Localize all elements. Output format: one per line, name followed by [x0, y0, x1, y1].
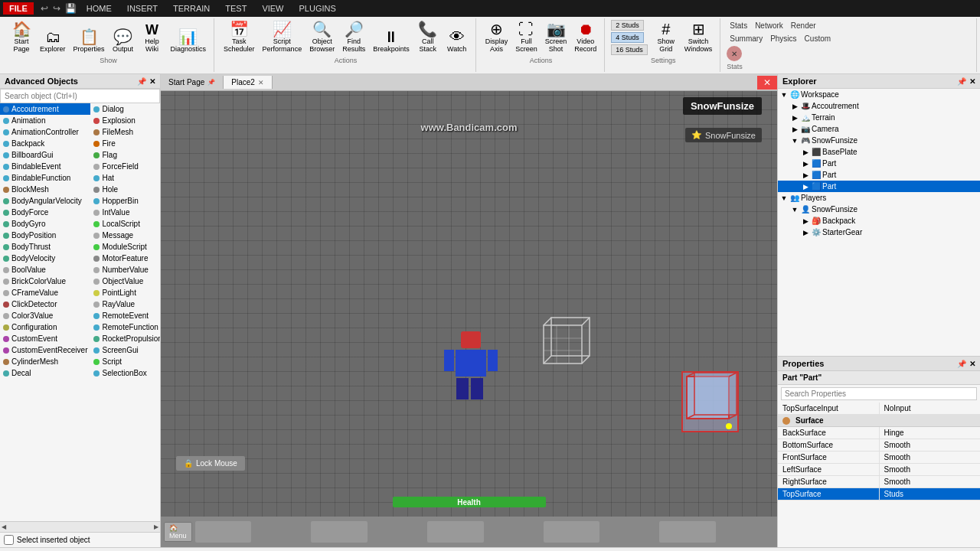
prop-row-leftsurface[interactable]: LeftSurfaceSmooth [778, 464, 980, 476]
tree-item-snowfunsize-model[interactable]: ▼🎮SnowFunsize [778, 135, 980, 146]
select-inserted-checkbox[interactable] [4, 535, 14, 545]
object-item-customevent[interactable]: CustomEvent [0, 333, 90, 344]
object-item-bindableevent[interactable]: BindableEvent [0, 161, 90, 172]
object-item-brickcolorvalue[interactable]: BrickColorValue [0, 276, 90, 287]
object-item-bodyposition[interactable]: BodyPosition [0, 230, 90, 241]
object-browser-button[interactable]: 🔍 ObjectBrowser [306, 20, 338, 55]
help-wiki-button[interactable]: W HelpWiki [139, 21, 166, 55]
object-item-customeventreceiver[interactable]: CustomEventReceiver [0, 344, 90, 356]
object-item-blockmesh[interactable]: BlockMesh [0, 184, 90, 195]
diagnostics-button[interactable]: 📊 Diagnostics [168, 28, 210, 55]
scroll-right-icon[interactable]: ▶ [154, 523, 158, 530]
object-item-hat[interactable]: Hat [90, 172, 160, 184]
object-item-fire[interactable]: Fire [90, 138, 160, 149]
stats-button[interactable]: Stats [727, 20, 750, 31]
tree-arrow-icon[interactable]: ▶ [790, 114, 799, 122]
task-scheduler-button[interactable]: 📅 TaskScheduler [220, 20, 258, 55]
object-item-color3value[interactable]: Color3Value [0, 310, 90, 321]
render-button[interactable]: Render [788, 20, 819, 31]
video-record-button[interactable]: ⏺ VideoRecord [571, 20, 599, 55]
16-studs-button[interactable]: 16 Studs [611, 44, 648, 55]
properties-pin-icon[interactable]: 📌 [957, 360, 966, 368]
object-item-screengui[interactable]: ScreenGui [90, 344, 160, 356]
prop-row-frontsurface[interactable]: FrontSurfaceSmooth [778, 452, 980, 464]
tree-item-startergear[interactable]: ▶⚙️StarterGear [778, 227, 980, 238]
redo-icon[interactable]: ↪ [53, 3, 60, 14]
top-nav-test[interactable]: TEST [217, 2, 254, 15]
object-item-decal[interactable]: Decal [0, 367, 90, 379]
lock-mouse-button[interactable]: 🔒 Lock Mouse [176, 456, 245, 471]
tree-arrow-icon[interactable]: ▶ [801, 160, 810, 168]
tree-item-camera[interactable]: ▶📷Camera [778, 123, 980, 135]
switch-windows-button[interactable]: ⊞ SwitchWindows [681, 20, 716, 55]
start-page-button[interactable]: 🏠 StartPage [8, 20, 35, 55]
object-item-motorfeature[interactable]: MotorFeature [90, 253, 160, 264]
object-item-cylindermesh[interactable]: CylinderMesh [0, 356, 90, 367]
object-item-localscript[interactable]: LocalScript [90, 218, 160, 230]
clear-stats-button[interactable]: ✕ [727, 46, 742, 61]
file-button[interactable]: FILE [3, 2, 34, 15]
object-item-remotefunction[interactable]: RemoteFunction [90, 321, 160, 333]
object-item-remoteevent[interactable]: RemoteEvent [90, 310, 160, 321]
tree-arrow-icon[interactable]: ▶ [790, 103, 799, 110]
top-nav-insert[interactable]: INSERT [119, 2, 165, 15]
tree-arrow-icon[interactable]: ▶ [801, 217, 810, 225]
object-item-bodythrust[interactable]: BodyThrust [0, 241, 90, 253]
tree-item-part1[interactable]: ▶🟦Part [778, 158, 980, 169]
tree-arrow-icon[interactable]: ▶ [801, 183, 810, 191]
tree-item-baseplate[interactable]: ▶⬛BasePlate [778, 146, 980, 158]
breakpoints-button[interactable]: ⏸ Breakpoints [370, 28, 413, 55]
prop-row-rightsurface[interactable]: RightSurfaceSmooth [778, 476, 980, 488]
top-nav-home[interactable]: HOME [79, 2, 119, 15]
object-item-message[interactable]: Message [90, 230, 160, 241]
scroll-left-icon[interactable]: ◀ [2, 523, 6, 530]
script-performance-button[interactable]: 📈 ScriptPerformance [260, 20, 305, 55]
4-studs-button[interactable]: 4 Studs [611, 32, 644, 43]
explorer-button[interactable]: 🗂 Explorer [37, 28, 69, 55]
object-item-selectionbox[interactable]: SelectionBox [90, 367, 160, 379]
menu-button[interactable]: 🏠 Menu [164, 522, 192, 542]
object-item-objectvalue[interactable]: ObjectValue [90, 276, 160, 287]
display-axis-button[interactable]: ⊕ DisplayAxis [482, 20, 511, 55]
undo-icon[interactable]: ↩ [41, 3, 48, 14]
object-item-bodyangularvelocity[interactable]: BodyAngularVelocity [0, 195, 90, 207]
object-item-bodyforce[interactable]: BodyForce [0, 207, 90, 218]
tree-item-workspace[interactable]: ▼🌐Workspace [778, 89, 980, 100]
tree-arrow-icon[interactable]: ▶ [801, 229, 810, 236]
pin-icon[interactable]: 📌 [137, 77, 146, 86]
object-item-boolvalue[interactable]: BoolValue [0, 264, 90, 276]
tab-place2-close[interactable]: ✕ [258, 79, 264, 86]
tab-start-page-pin[interactable]: 📌 [207, 79, 215, 86]
custom-button[interactable]: Custom [802, 33, 834, 44]
tree-arrow-icon[interactable]: ▶ [801, 148, 810, 156]
find-results-button[interactable]: 🔎 FindResults [339, 20, 368, 55]
object-item-filemesh[interactable]: FileMesh [90, 126, 160, 138]
tree-arrow-icon[interactable]: ▼ [779, 194, 789, 202]
top-nav-terrain[interactable]: TERRAIN [165, 2, 217, 15]
prop-row-topsurfaceinput[interactable]: TopSurfaceInputNoInput [778, 403, 980, 415]
full-screen-button[interactable]: ⛶ FullScreen [512, 20, 541, 55]
tree-item-part2[interactable]: ▶🟦Part [778, 169, 980, 181]
object-item-accoutrement[interactable]: Accoutrement [0, 103, 90, 115]
object-item-bindablefunction[interactable]: BindableFunction [0, 172, 90, 184]
explorer-pin-icon[interactable]: 📌 [957, 77, 966, 86]
tab-start-page[interactable]: Start Page 📌 [161, 76, 224, 89]
object-item-modulescript[interactable]: ModuleScript [90, 241, 160, 253]
output-button[interactable]: 💬 Output [109, 28, 137, 55]
object-item-flag[interactable]: Flag [90, 149, 160, 161]
object-item-bodygyro[interactable]: BodyGyro [0, 218, 90, 230]
tree-arrow-icon[interactable]: ▼ [779, 91, 789, 99]
object-item-explosion[interactable]: Explosion [90, 115, 160, 126]
viewport-close-icon[interactable]: ✕ [757, 76, 777, 90]
search-properties-input[interactable] [781, 387, 977, 400]
object-item-billboardgui[interactable]: BillboardGui [0, 149, 90, 161]
object-item-dialog[interactable]: Dialog [90, 103, 160, 115]
watch-button[interactable]: 👁 Watch [443, 28, 471, 55]
object-item-intvalue[interactable]: IntValue [90, 207, 160, 218]
tree-arrow-icon[interactable]: ▼ [790, 206, 799, 214]
object-item-forcefield[interactable]: ForceField [90, 161, 160, 172]
viewport[interactable]: www.Bandicam.com SnowFunsize ⭐ SnowFunsi… [161, 91, 777, 517]
search-objects-input[interactable] [0, 89, 160, 103]
prop-row-bottomsurface[interactable]: BottomSurfaceSmooth [778, 439, 980, 452]
screen-shot-button[interactable]: 📷 ScreenShot [542, 20, 570, 55]
